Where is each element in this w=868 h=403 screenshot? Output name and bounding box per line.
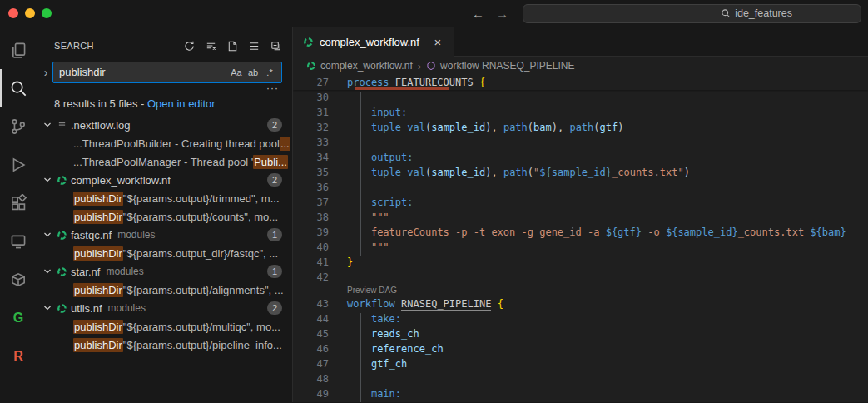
line-number: 48	[293, 371, 329, 386]
code-line[interactable]: 35 tuple val(sample_id), path("${sample_…	[293, 165, 868, 180]
code-text: workflow RNASEQ_PIPELINE {	[329, 296, 503, 311]
sidebar-item-extensions[interactable]	[0, 184, 37, 222]
close-icon[interactable]: ×	[430, 35, 445, 49]
token: ),	[485, 167, 503, 178]
code-line[interactable]: 46 reference_ch	[293, 341, 868, 356]
sidebar-item-run-debug[interactable]	[0, 146, 37, 184]
code-line[interactable]: 38 """	[293, 210, 868, 225]
line-number: 43	[293, 296, 329, 311]
tab-complex-workflow[interactable]: complex_workflow.nf ×	[293, 27, 454, 57]
sidebar-item-search[interactable]	[0, 69, 37, 107]
whole-word-toggle[interactable]: ab	[245, 64, 261, 81]
refresh-icon[interactable]	[181, 37, 197, 54]
zoom-window-button[interactable]	[42, 8, 52, 18]
token: ${gtf}	[606, 226, 642, 238]
code-line[interactable]: 48	[293, 371, 868, 386]
result-text: "${params.output}/multiqc", mo...	[123, 321, 280, 333]
search-result-row[interactable]: publishDir "${params.output}/alignments"…	[37, 281, 292, 299]
token: input:	[371, 107, 407, 118]
code-line[interactable]: 33	[293, 135, 868, 150]
extensions-icon	[9, 194, 27, 212]
code-line[interactable]: 42	[293, 270, 868, 285]
search-file-row[interactable]: complex_workflow.nf2	[37, 171, 292, 189]
code-line[interactable]: 30	[293, 90, 868, 105]
code-text: gtf_ch	[329, 356, 407, 371]
open-in-editor-link[interactable]: Open in editor	[147, 97, 216, 110]
search-result-row[interactable]: publishDir "${params.output}/trimmed", m…	[37, 189, 292, 207]
code-area[interactable]: 27process FEATURECOUNTS { 3031 input:32 …	[293, 75, 868, 402]
breadcrumb-symbol[interactable]: workflow RNASEQ_PIPELINE	[440, 60, 574, 72]
workflow-symbol-icon	[426, 61, 436, 71]
sidebar-item-r-extension[interactable]: R	[0, 337, 37, 376]
r-extension-icon: R	[13, 349, 23, 364]
code-text: reads_ch	[329, 326, 419, 341]
code-line[interactable]: 40 """	[293, 240, 868, 255]
sidebar-item-containers[interactable]	[0, 261, 37, 299]
line-number: 39	[293, 225, 329, 240]
breadcrumb-separator: ›	[418, 60, 421, 72]
search-input[interactable]: publishdir Aa ab .*	[52, 62, 282, 83]
sidebar-item-g-extension[interactable]: G	[0, 299, 37, 337]
token: RNASEQ_PIPELINE	[401, 298, 491, 311]
search-result-row[interactable]: ...ThreadPoolBuilder - Creating thread p…	[37, 134, 292, 152]
line-number: 34	[293, 150, 329, 165]
breadcrumb-file[interactable]: complex_workflow.nf	[320, 60, 413, 72]
search-icon	[9, 79, 27, 97]
search-result-row[interactable]: publishDir "${params.output}/multiqc", m…	[37, 317, 292, 336]
code-line[interactable]: 49 main:	[293, 386, 868, 401]
minimize-window-button[interactable]	[25, 8, 35, 18]
search-panel-header: SEARCH	[37, 27, 292, 54]
command-center[interactable]: ide_features	[523, 4, 861, 23]
token: path	[503, 167, 528, 178]
chevron-down-icon[interactable]	[41, 265, 54, 278]
close-window-button[interactable]	[8, 8, 18, 18]
search-result-row[interactable]: ...ThreadPoolManager - Thread pool 'Publ…	[37, 152, 292, 171]
explorer-icon	[9, 41, 27, 59]
code-text	[329, 90, 347, 105]
chevron-down-icon[interactable]	[41, 228, 54, 241]
chevron-down-icon[interactable]	[41, 118, 54, 132]
match-highlight: publishDir	[73, 210, 123, 224]
code-line[interactable]: 37 script:	[293, 195, 868, 210]
new-search-editor-icon[interactable]	[224, 37, 241, 54]
match-case-toggle[interactable]: Aa	[228, 64, 245, 81]
nav-forward-icon[interactable]: →	[490, 7, 514, 21]
code-line[interactable]: 32 tuple val(sample_id), path(bam), path…	[293, 120, 868, 135]
nav-back-icon[interactable]: ←	[466, 7, 490, 21]
token: _counts.txt	[738, 226, 811, 238]
search-file-row[interactable]: star.nfmodules1	[37, 262, 292, 281]
view-as-list-icon[interactable]	[246, 37, 262, 54]
code-line[interactable]: 34 output:	[293, 150, 868, 165]
search-result-row[interactable]: publishDir "${params.output_dir}/fastqc"…	[37, 244, 292, 262]
toggle-search-details[interactable]: ···	[266, 84, 279, 95]
token: (	[528, 122, 533, 133]
collapse-all-icon[interactable]	[267, 37, 284, 54]
run-debug-icon	[9, 156, 27, 174]
file-description: modules	[106, 266, 143, 277]
code-line[interactable]: 45 reads_ch	[293, 326, 868, 341]
code-line[interactable]: 31 input:	[293, 105, 868, 120]
code-line[interactable]: 47 gtf_ch	[293, 356, 868, 371]
search-file-row[interactable]: .nextflow.log2	[37, 116, 292, 134]
toggle-replace-chevron-icon[interactable]: ›	[39, 66, 52, 79]
sidebar-item-remote-explorer[interactable]	[0, 222, 37, 261]
file-name: utils.nf	[71, 302, 102, 315]
search-result-row[interactable]: publishDir "${params.output}/pipeline_in…	[37, 336, 292, 354]
code-line[interactable]: 39 featureCounts -p -t exon -g gene_id -…	[293, 225, 868, 240]
code-line[interactable]: 44 take:	[293, 311, 868, 326]
code-line[interactable]: 36	[293, 180, 868, 195]
search-file-row[interactable]: utils.nfmodules2	[37, 299, 292, 317]
line-number: 36	[293, 180, 329, 195]
sidebar-item-source-control[interactable]	[0, 107, 37, 146]
chevron-down-icon[interactable]	[41, 173, 54, 187]
chevron-down-icon[interactable]	[41, 301, 54, 315]
search-file-row[interactable]: fastqc.nfmodules1	[37, 226, 292, 244]
search-result-row[interactable]: publishDir "${params.output}/counts", mo…	[37, 207, 292, 226]
regex-toggle[interactable]: .*	[261, 64, 278, 81]
results-summary: 8 results in 5 files - Open in editor	[37, 95, 292, 116]
sidebar-item-explorer[interactable]	[0, 31, 37, 69]
clear-search-results-icon[interactable]	[202, 37, 219, 54]
code-line[interactable]: 43workflow RNASEQ_PIPELINE {	[293, 296, 868, 311]
code-line[interactable]: 41}	[293, 255, 868, 270]
codelens[interactable]: Preview DAG	[293, 285, 868, 296]
